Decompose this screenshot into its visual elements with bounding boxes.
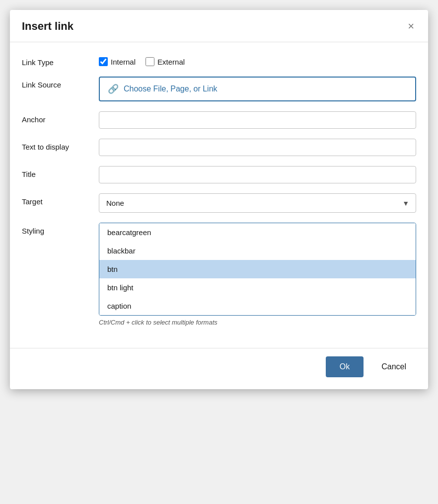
cancel-button[interactable]: Cancel — [371, 356, 416, 377]
link-icon: 🔗 — [108, 84, 119, 94]
link-source-placeholder: Choose File, Page, or Link — [124, 84, 218, 93]
title-row: Title — [22, 166, 416, 183]
list-item[interactable]: btn — [99, 260, 416, 278]
styling-listbox-wrap: bearcatgreen blackbar btn btn light capt… — [99, 223, 416, 316]
styling-control: bearcatgreen blackbar btn btn light capt… — [99, 223, 416, 326]
styling-hint: Ctrl/Cmd + click to select multiple form… — [99, 319, 416, 326]
link-type-label: Link Type — [22, 54, 99, 67]
dialog-header: Insert link × — [10, 10, 428, 42]
link-type-options: Internal External — [99, 54, 416, 66]
ok-button[interactable]: Ok — [326, 356, 364, 377]
internal-option[interactable]: Internal — [99, 57, 136, 66]
list-item[interactable]: caption — [99, 297, 416, 315]
external-checkbox[interactable] — [146, 57, 154, 66]
target-label: Target — [22, 193, 99, 206]
list-item[interactable]: blackbar — [99, 242, 416, 260]
dialog-title: Insert link — [22, 20, 73, 33]
list-item[interactable]: btn light — [99, 278, 416, 297]
internal-label: Internal — [111, 58, 136, 66]
styling-label: Styling — [22, 223, 99, 235]
title-input[interactable] — [99, 166, 416, 183]
anchor-input[interactable] — [99, 111, 416, 129]
styling-row: Styling bearcatgreen blackbar btn btn li… — [22, 223, 416, 326]
title-control — [99, 166, 416, 183]
anchor-control — [99, 111, 416, 129]
styling-listbox[interactable]: bearcatgreen blackbar btn btn light capt… — [99, 223, 416, 315]
text-to-display-input[interactable] — [99, 139, 416, 156]
link-type-row: Link Type Internal External — [22, 54, 416, 67]
external-label: External — [157, 58, 185, 66]
target-select-wrap: None _blank _self _parent _top ▼ — [99, 193, 416, 213]
close-button[interactable]: × — [406, 19, 416, 34]
text-to-display-control — [99, 139, 416, 156]
target-control: None _blank _self _parent _top ▼ — [99, 193, 416, 213]
external-option[interactable]: External — [146, 57, 185, 66]
dialog-body: Link Type Internal External Link Source — [10, 42, 428, 344]
link-source-label: Link Source — [22, 77, 99, 89]
list-item[interactable]: bearcatgreen — [99, 223, 416, 242]
insert-link-dialog: Insert link × Link Type Internal Externa… — [10, 10, 428, 389]
title-label: Title — [22, 166, 99, 178]
link-source-button[interactable]: 🔗 Choose File, Page, or Link — [99, 77, 416, 101]
target-select[interactable]: None _blank _self _parent _top — [99, 193, 416, 213]
anchor-label: Anchor — [22, 111, 99, 124]
link-source-control: 🔗 Choose File, Page, or Link — [99, 77, 416, 101]
link-type-controls: Internal External — [99, 54, 416, 66]
target-row: Target None _blank _self _parent _top ▼ — [22, 193, 416, 213]
link-source-row: Link Source 🔗 Choose File, Page, or Link — [22, 77, 416, 101]
text-to-display-label: Text to display — [22, 139, 99, 151]
text-to-display-row: Text to display — [22, 139, 416, 156]
internal-checkbox[interactable] — [99, 57, 108, 66]
anchor-row: Anchor — [22, 111, 416, 129]
dialog-footer: Ok Cancel — [10, 348, 428, 389]
